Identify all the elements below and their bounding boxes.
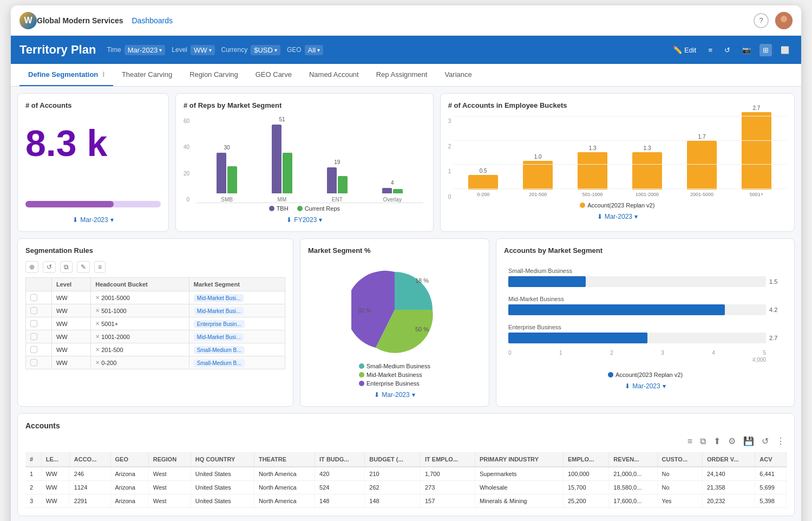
table-filter-button[interactable]: ≡ (686, 434, 694, 448)
h-bar-mm: Mid-Market Business 4.2 (508, 296, 782, 315)
accounts-section: Accounts ≡ ⧉ ⬆ ⚙ 💾 ↺ ⋮ # LE... ACCO... (17, 413, 795, 516)
reps-legend: TBH Current Reps (184, 205, 425, 212)
row-checkbox[interactable] (30, 307, 37, 314)
tab-region-carving[interactable]: Region Carving (181, 64, 247, 86)
video-button[interactable]: ⬜ (777, 44, 793, 56)
table-more-button[interactable]: ⋮ (775, 434, 787, 448)
reps-card-title: # of Reps by Market Segment (184, 101, 425, 109)
second-row: Segmentation Rules ⊕ ↺ ⧉ ✎ ≡ Level Headc… (17, 238, 795, 407)
accounts-market-footer[interactable]: ⬇ Mar-2023 ▾ (504, 382, 787, 390)
svg-point-1 (781, 16, 787, 22)
market-seg-footer[interactable]: ⬇ Mar-2023 ▾ (308, 391, 481, 399)
table-copy-button[interactable]: ⧉ (698, 434, 708, 448)
table-refresh-button[interactable]: ↺ (760, 434, 770, 448)
nav-right: ? (754, 12, 793, 29)
table-row: WW ✕ 0-200 Small-Medium B... (26, 356, 285, 369)
time-filter[interactable]: Mar-2023 ▾ (125, 45, 166, 55)
filter-icon-small: ⬇ (73, 216, 78, 224)
seg-edit-button[interactable]: ✎ (77, 261, 90, 273)
tab-named-account[interactable]: Named Account (300, 64, 368, 86)
market-seg-title: Market Segment % (308, 246, 481, 255)
bar-501-1000 (578, 152, 607, 190)
chevron-down-icon: ▾ (319, 216, 322, 224)
accounts-card: # of Accounts 8.3 k ⬇ Mar-2023 ▾ (17, 93, 169, 232)
table-row: 3 WW 2291 Arizona West United States Nor… (25, 494, 787, 508)
tab-define-segmentation[interactable]: Define Segmentation ⁞ (19, 64, 113, 86)
legend-account-dot (580, 203, 585, 208)
help-icon[interactable]: ? (754, 13, 769, 28)
row-checkbox[interactable] (30, 346, 37, 353)
table-save-button[interactable]: 💾 (742, 434, 756, 448)
edit-button[interactable]: ✏️ Edit (670, 43, 699, 56)
chevron-down-icon: ▾ (412, 391, 415, 399)
pie-chart-wrap: 18 % 50 % 32 % Small-Medium Business Mid (308, 261, 481, 387)
chevron-down-icon: ▾ (209, 47, 212, 53)
geo-filter[interactable]: All ▾ (305, 45, 323, 55)
buckets-card-title: # of Accounts in Employee Buckets (448, 101, 787, 109)
svg-text:32 %: 32 % (358, 307, 371, 314)
table-toolbar: ≡ ⧉ ⬆ ⚙ 💾 ↺ ⋮ (25, 434, 787, 448)
legend-ent-dot (359, 381, 364, 386)
legend-tbh-dot (269, 206, 274, 211)
top-cards-row: # of Accounts 8.3 k ⬇ Mar-2023 ▾ # of Re… (17, 93, 795, 232)
accounts-footer[interactable]: ⬇ Mar-2023 ▾ (25, 216, 161, 224)
bar-ent-current (338, 176, 348, 193)
app-name: Global Modern Services (37, 16, 123, 25)
filter-button[interactable]: ≡ (705, 44, 716, 56)
pie-container: 18 % 50 % 32 % (351, 266, 438, 353)
camera-button[interactable]: 📷 (739, 44, 754, 56)
table-settings-button[interactable]: ⚙ (726, 434, 737, 448)
filter-icon: ≡ (708, 46, 712, 54)
seg-undo-button[interactable]: ↺ (43, 261, 56, 273)
row-checkbox[interactable] (30, 359, 37, 366)
seg-filter-button[interactable]: ≡ (94, 261, 106, 273)
filter-currency: Currency $USD ▾ (221, 45, 280, 55)
bar-ent-h (508, 333, 647, 343)
bar-201-500 (523, 161, 553, 190)
accounts-value: 8.3 k (25, 125, 161, 161)
bar-overlay-current (393, 189, 403, 193)
tab-variance[interactable]: Variance (436, 64, 480, 86)
progress-fill (25, 201, 114, 207)
currency-filter[interactable]: $USD ▾ (251, 45, 280, 55)
tab-geo-carve[interactable]: GEO Carve (247, 64, 300, 86)
table-row: WW ✕ 501-1000 Mid-Market Busi... (26, 304, 285, 317)
legend-current-dot (297, 206, 303, 211)
chevron-down-icon: ▾ (159, 47, 162, 53)
level-filter[interactable]: WW ▾ (191, 45, 215, 55)
reps-footer[interactable]: ⬇ FY2023 ▾ (184, 216, 425, 224)
bar-smb-tbh (217, 153, 226, 193)
user-avatar[interactable] (775, 12, 793, 29)
reps-card: # of Reps by Market Segment 60 40 20 0 (175, 93, 434, 232)
accounts-data-table: # LE... ACCO... GEO REGION HQ COUNTRY TH… (25, 452, 787, 508)
pie-chart-svg: 18 % 50 % 32 % (351, 266, 438, 353)
blue-header: Territory Plan Time Mar-2023 ▾ Level WW … (11, 36, 801, 64)
buckets-footer[interactable]: ⬇ Mar-2023 ▾ (448, 213, 787, 220)
refresh-button[interactable]: ↺ (721, 44, 734, 56)
grid-view-button[interactable]: ⊞ (759, 44, 772, 56)
pie-legend: Small-Medium Business Mid-Market Busines… (359, 363, 430, 387)
seg-copy-button[interactable]: ⧉ (60, 261, 73, 273)
tab-theater-carving[interactable]: Theater Carving (113, 64, 181, 86)
filter-time: Time Mar-2023 ▾ (107, 45, 165, 55)
chevron-down-icon: ▾ (317, 47, 320, 53)
row-checkbox[interactable] (30, 294, 37, 301)
row-checkbox[interactable] (30, 320, 37, 327)
tab-navigation: Define Segmentation ⁞ Theater Carving Re… (11, 64, 801, 87)
chevron-down-icon: ▾ (110, 216, 114, 224)
bar-overlay-tbh (382, 188, 392, 193)
table-export-button[interactable]: ⬆ (712, 434, 722, 448)
chevron-down-icon: ▾ (663, 382, 666, 390)
dashboards-link[interactable]: Dashboards (132, 16, 173, 25)
buckets-legend: Account(2023 Replan v2) (448, 202, 787, 209)
table-row: WW ✕ 201-500 Small-Medium B... (26, 343, 285, 356)
tab-rep-assignment[interactable]: Rep Assignment (368, 64, 436, 86)
top-nav: W Global Modern Services Dashboards ? (11, 5, 801, 36)
filter-icon-small: ⬇ (597, 213, 603, 220)
bar-mm-current (283, 153, 292, 193)
row-checkbox[interactable] (30, 333, 37, 340)
legend-account2023-dot (608, 372, 613, 377)
seg-add-button[interactable]: ⊕ (25, 261, 38, 273)
bar-smb-current (227, 166, 237, 193)
grid-icon: ⊞ (763, 46, 769, 54)
